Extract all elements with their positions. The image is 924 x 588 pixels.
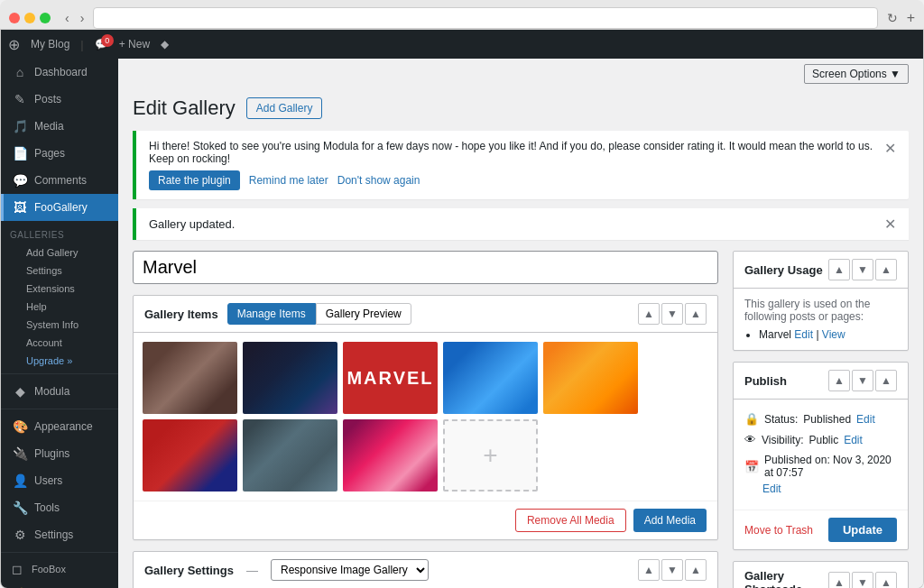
publish-collapse-up[interactable]: ▲ (828, 370, 850, 391)
sidebar-item-users[interactable]: 👤 Users (1, 467, 118, 494)
foogallery-icon: 🖼 (13, 200, 27, 215)
sidebar-item-tools[interactable]: 🔧 Tools (1, 494, 118, 521)
dashboard-icon: ⌂ (13, 65, 27, 79)
visibility-edit-link[interactable]: Edit (844, 434, 863, 446)
posts-icon: ✎ (13, 92, 27, 106)
usage-view-link[interactable]: View (822, 328, 845, 341)
sidebar-item-posts[interactable]: ✎ Posts (1, 86, 118, 113)
gallery-thumb-3[interactable] (443, 342, 538, 414)
update-button[interactable]: Update (828, 518, 897, 542)
remove-all-media-button[interactable]: Remove All Media (515, 509, 626, 532)
sidebar-item-dashboard[interactable]: ⌂ Dashboard (1, 59, 118, 86)
gallery-thumb-0[interactable] (143, 342, 237, 414)
forward-button[interactable]: › (77, 9, 88, 27)
remind-later-button[interactable]: Remind me later (249, 174, 328, 187)
screen-options-button[interactable]: Screen Options ▼ (804, 64, 909, 84)
admin-bar-blog[interactable]: My Blog (31, 38, 69, 51)
sidebar-item-pages[interactable]: 📄 Pages (1, 140, 118, 167)
back-button[interactable]: ‹ (61, 9, 73, 27)
sidebar-item-plugins[interactable]: 🔌 Plugins (1, 440, 118, 467)
published-edit-link[interactable]: Edit (762, 482, 781, 495)
shortcode-collapse-up[interactable]: ▲ (828, 572, 850, 588)
foobox-icon: ◻ (10, 562, 24, 576)
publish-toggle[interactable]: ▲ (875, 370, 897, 391)
usage-edit-link[interactable]: Edit (794, 328, 813, 341)
reload-button[interactable]: ↻ (887, 11, 898, 25)
media-icon: 🎵 (13, 119, 27, 133)
shortcode-box: Gallery Shortcode ▲ ▼ ▲ [foogallery id="… (733, 561, 909, 588)
visibility-value: Public (808, 434, 838, 446)
status-icon: 🔒 (744, 412, 759, 426)
sidebar-item-media[interactable]: 🎵 Media (1, 113, 118, 140)
sidebar-item-foogallery[interactable]: 🖼 FooGallery (1, 194, 118, 221)
gallery-thumb-4[interactable] (543, 342, 638, 414)
address-bar[interactable] (93, 7, 877, 29)
add-image-placeholder[interactable]: + (443, 419, 538, 492)
gallery-thumb-7[interactable] (343, 419, 438, 492)
gallery-usage-title: Gallery Usage (744, 263, 823, 277)
sidebar-sub-account[interactable]: Account (1, 334, 118, 352)
settings-icon: ⚙ (13, 528, 27, 542)
add-media-button[interactable]: Add Media (633, 509, 707, 532)
sidebar-upgrade-link[interactable]: Upgrade » (1, 352, 118, 370)
page-title: Edit Gallery (133, 96, 236, 120)
close-dot[interactable] (9, 13, 20, 23)
manage-items-tab[interactable]: Manage Items (227, 303, 316, 325)
sidebar-sub-help[interactable]: Help (1, 298, 118, 316)
main-content: Screen Options ▼ Edit Gallery Add Galler… (118, 59, 923, 588)
minimize-dot[interactable] (24, 13, 35, 23)
shortcode-toggle[interactable]: ▲ (875, 572, 897, 588)
rate-plugin-button[interactable]: Rate the plugin (149, 170, 240, 190)
gallery-thumb-5[interactable] (143, 419, 237, 492)
shortcode-title: Gallery Shortcode (744, 569, 828, 588)
users-icon: 👤 (13, 473, 27, 488)
gallery-settings-title: Gallery Settings (144, 564, 234, 577)
status-edit-link[interactable]: Edit (856, 413, 875, 426)
gallery-thumb-6[interactable] (243, 419, 337, 492)
settings-toggle[interactable]: ▲ (685, 559, 707, 581)
admin-bar-comments[interactable]: 💬 0 (95, 38, 108, 51)
gallery-items-title: Gallery Items (144, 308, 218, 321)
sidebar: ⌂ Dashboard ✎ Posts 🎵 Media 📄 Pages 💬 (1, 59, 118, 588)
galleries-section-label: Galleries (1, 221, 118, 243)
shortcode-collapse-down[interactable]: ▼ (852, 572, 873, 588)
gallery-name-input[interactable] (133, 251, 718, 284)
gallery-usage-item: Marvel Edit | View (759, 328, 897, 341)
usage-collapse-up[interactable]: ▲ (828, 259, 850, 280)
move-to-trash-link[interactable]: Move to Trash (744, 524, 813, 537)
usage-toggle[interactable]: ▲ (875, 259, 897, 280)
usage-collapse-down[interactable]: ▼ (852, 259, 873, 280)
dont-show-button[interactable]: Don't show again (337, 174, 420, 187)
sidebar-item-modula[interactable]: ◆ Modula (1, 378, 118, 405)
admin-bar-new[interactable]: + New (119, 38, 150, 51)
toggle-button[interactable]: ▲ (685, 303, 707, 325)
sidebar-sub-settings[interactable]: Settings (1, 262, 118, 280)
notice-dismiss-button[interactable]: ✕ (884, 140, 896, 157)
sidebar-sub-system-info[interactable]: System Info (1, 316, 118, 334)
sidebar-item-foobox[interactable]: ◻ FooBox (1, 556, 118, 582)
gallery-thumb-2[interactable]: MARVEL (343, 342, 438, 414)
settings-collapse-up[interactable]: ▲ (638, 559, 660, 581)
gallery-grid: MARVEL + (134, 333, 717, 501)
settings-collapse-down[interactable]: ▼ (661, 559, 683, 581)
sidebar-item-settings[interactable]: ⚙ Settings (1, 521, 118, 548)
admin-bar-modula[interactable]: ◆ (161, 38, 169, 51)
sidebar-sub-extensions[interactable]: Extensions (1, 280, 118, 298)
gallery-type-select[interactable]: Responsive Image Gallery (271, 559, 429, 581)
sidebar-item-comments[interactable]: 💬 Comments (1, 167, 118, 194)
new-tab-button[interactable]: + (907, 10, 915, 26)
gallery-thumb-1[interactable] (243, 342, 337, 414)
sidebar-sub-add-gallery[interactable]: Add Gallery (1, 243, 118, 262)
publish-collapse-down[interactable]: ▼ (852, 370, 873, 391)
add-gallery-button[interactable]: Add Gallery (246, 97, 323, 119)
maximize-dot[interactable] (40, 13, 51, 23)
comments-badge: 0 (101, 34, 114, 47)
publish-title: Publish (744, 374, 787, 388)
gallery-preview-tab[interactable]: Gallery Preview (316, 303, 411, 325)
sidebar-item-litespeed[interactable]: ⚡ LiteSpeed Cache (1, 582, 118, 588)
collapse-up-button[interactable]: ▲ (638, 303, 660, 325)
wp-logo-icon: ⊕ (8, 36, 20, 53)
collapse-down-button[interactable]: ▼ (661, 303, 683, 325)
updated-notice-dismiss[interactable]: ✕ (884, 216, 896, 233)
sidebar-item-appearance[interactable]: 🎨 Appearance (1, 413, 118, 440)
